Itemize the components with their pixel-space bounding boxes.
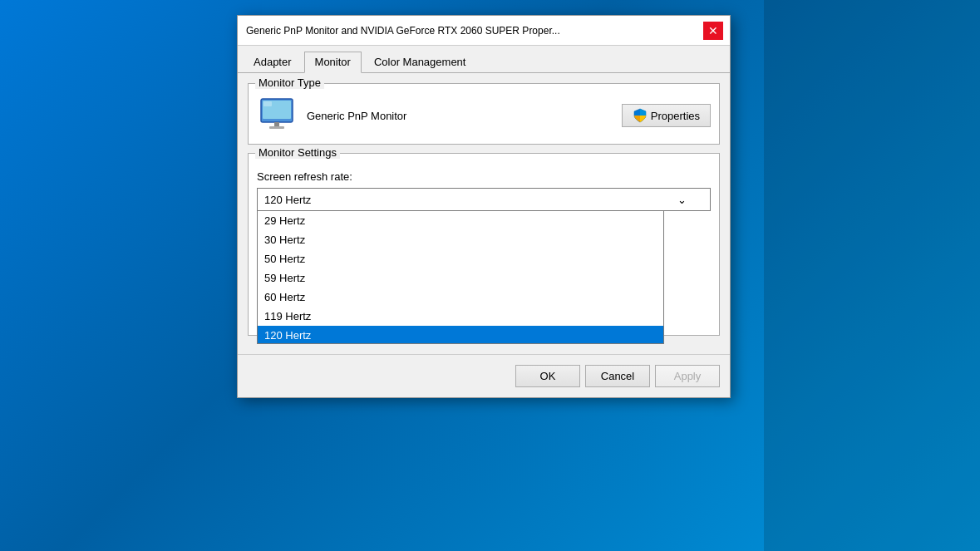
monitor-type-inner: Generic PnP Monitor Properties [257,89,711,135]
dropdown-selected-value: 120 Hertz [264,194,311,206]
properties-button[interactable]: Properties [622,104,711,127]
tab-adapter[interactable]: Adapter [243,52,303,73]
tab-monitor[interactable]: Monitor [304,52,362,73]
refresh-rate-label: Screen refresh rate: [257,170,711,183]
button-row: OK Cancel Apply [238,354,730,397]
svg-rect-3 [274,122,279,126]
dropdown-item-30hz[interactable]: 30 Hertz [258,230,663,249]
tab-color-management[interactable]: Color Management [363,52,477,73]
tab-bar: Adapter Monitor Color Management [238,46,730,73]
properties-button-label: Properties [651,110,700,122]
cancel-button[interactable]: Cancel [585,365,650,387]
monitor-icon [257,96,297,135]
tab-content: Monitor Type [238,73,730,354]
monitor-type-group: Monitor Type [248,83,720,145]
dropdown-list[interactable]: 29 Hertz 30 Hertz 50 Hertz 59 Hertz 60 H… [257,211,664,344]
dropdown-item-59hz[interactable]: 59 Hertz [258,268,663,288]
monitor-name-text: Generic PnP Monitor [307,110,612,122]
monitor-type-label: Monitor Type [255,76,324,89]
shield-icon [633,108,648,123]
dropdown-item-120hz[interactable]: 120 Hertz [258,326,663,344]
close-button[interactable]: ✕ [703,22,723,40]
chevron-down-icon: ⌄ [677,194,687,206]
svg-rect-2 [263,101,272,106]
dialog-window: Generic PnP Monitor and NVIDIA GeForce R… [237,15,731,398]
svg-rect-4 [269,126,284,129]
refresh-rate-dropdown[interactable]: 120 Hertz ⌄ 29 Hertz 30 Hertz 50 Hertz 5… [257,188,711,211]
titlebar: Generic PnP Monitor and NVIDIA GeForce R… [238,16,730,46]
apply-button[interactable]: Apply [655,365,720,387]
dropdown-item-50hz[interactable]: 50 Hertz [258,249,663,268]
dropdown-item-119hz[interactable]: 119 Hertz [258,307,663,326]
dropdown-item-60hz[interactable]: 60 Hertz [258,288,663,307]
ok-button[interactable]: OK [515,365,580,387]
monitor-settings-inner: Screen refresh rate: 120 Hertz ⌄ 29 Hert… [257,159,711,211]
monitor-settings-label: Monitor Settings [255,146,340,159]
monitor-settings-group: Monitor Settings Screen refresh rate: 12… [248,153,720,336]
dialog-title: Generic PnP Monitor and NVIDIA GeForce R… [246,25,560,37]
dropdown-item-29hz[interactable]: 29 Hertz [258,211,663,230]
taskbar-hint [764,0,980,551]
dropdown-trigger[interactable]: 120 Hertz ⌄ [257,188,711,211]
